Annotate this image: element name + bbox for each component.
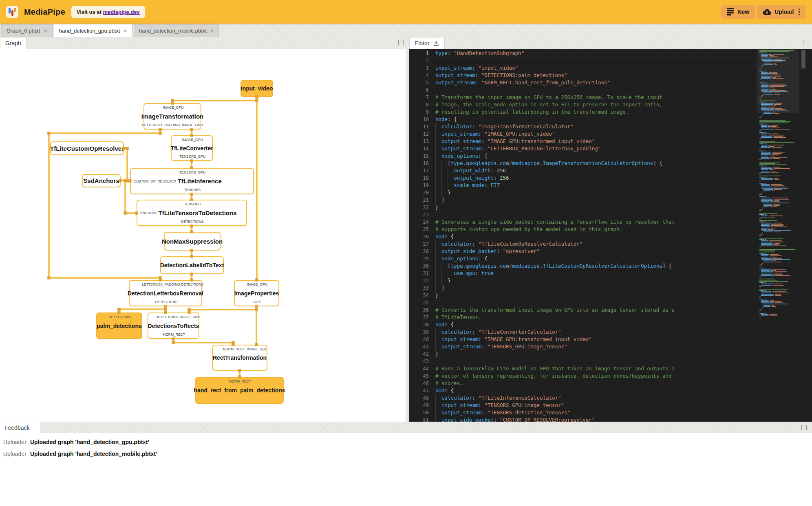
- graph-node-DetectionLabelIdToText[interactable]: DetectionLabelIdToText: [160, 256, 224, 274]
- code-line-13[interactable]: 13output_stream: "IMAGE_GPU:transformed_…: [409, 138, 812, 145]
- graph-node-title: NonMaxSuppression: [165, 233, 220, 250]
- code-line-14[interactable]: 14output_stream: "LETTERBOX_PADDING:lett…: [409, 145, 812, 152]
- code-line-22[interactable]: 22}: [409, 204, 812, 211]
- code-line-37[interactable]: 37# TfLiteTensor.: [409, 314, 812, 321]
- code-line-44[interactable]: 44# Runs a TensorFlow Lite model on GPU …: [409, 365, 812, 372]
- code-line-30[interactable]: 30[type.googleapis.com/mediapipe.TfLiteC…: [409, 262, 812, 270]
- editor-scrollbar[interactable]: [801, 49, 806, 422]
- code-line-2[interactable]: 2: [409, 57, 812, 64]
- code-line-20[interactable]: 20}: [409, 189, 812, 196]
- code-line-27[interactable]: 27calculator: "TfLiteCustomOpResolverCal…: [409, 240, 812, 248]
- graph-node-RectTransformation[interactable]: RectTransformationNORM_RECTIMAGE_SIZE: [212, 345, 267, 371]
- code-line-24[interactable]: 24# Generates a single side packet conta…: [409, 218, 812, 226]
- graph-node-DetectionsToRects[interactable]: DetectionsToRectsDETECTIONSIMAGE_SIZENOR…: [148, 312, 199, 339]
- code-line-5[interactable]: 5output_stream: "NORM_RECT:hand_rect_fro…: [409, 79, 812, 86]
- code-line-3[interactable]: 3input_stream: "input_video": [409, 64, 812, 72]
- code-line-38[interactable]: 38node {: [409, 321, 812, 328]
- code-line-19[interactable]: 19scale_mode: FIT: [409, 182, 812, 189]
- editor-pane-expand-icon[interactable]: [803, 40, 808, 45]
- code-line-23[interactable]: 23: [409, 211, 812, 218]
- feedback-pane-expand-icon[interactable]: [801, 425, 807, 430]
- graph-node-TfLiteCustomOpResolver[interactable]: TfLiteCustomOpResolver: [50, 141, 124, 155]
- code-line-31[interactable]: 31use_gpu: true: [409, 270, 812, 277]
- minimap-viewport[interactable]: [757, 49, 799, 113]
- graph-node-DetectionLetterboxRemoval[interactable]: DetectionLetterboxRemovalLETTERBOX_PADDI…: [129, 280, 202, 306]
- code-line-41[interactable]: 41output_stream: "TENSORS_GPU:image_tens…: [409, 343, 812, 350]
- close-tab-icon[interactable]: ✕: [210, 29, 214, 33]
- file-tab-hand_detection_gpu.pbtxt[interactable]: hand_detection_gpu.pbtxt✕: [54, 24, 132, 37]
- code-line-49[interactable]: 49input_stream: "TENSORS_GPU:image_tenso…: [409, 402, 812, 409]
- graph-node-palm_detections[interactable]: palm_detectionsDETECTIONS: [96, 312, 142, 339]
- code-line-12[interactable]: 12input_stream: "IMAGE_GPU:input_video": [409, 130, 812, 138]
- graph-node-hand_rect_from_palm_detections[interactable]: hand_rect_from_palm_detectionsNORM_RECT: [195, 377, 284, 404]
- tab-graph[interactable]: Graph: [0, 37, 26, 49]
- graph-node-input_video[interactable]: input_video: [241, 80, 273, 97]
- port-label-NORM_RECT: NORM_RECT: [163, 332, 185, 337]
- code-line-35[interactable]: 35: [409, 299, 812, 306]
- code-line-33[interactable]: 33}: [409, 284, 812, 292]
- code-line-34[interactable]: 34}: [409, 292, 812, 299]
- code-line-18[interactable]: 18output_height: 256: [409, 174, 812, 182]
- code-line-32[interactable]: 32}: [409, 277, 812, 284]
- code-line-26[interactable]: 26node {: [409, 233, 812, 240]
- graph-node-TfLiteInference[interactable]: TfLiteInferenceTENSORS_GPUCUSTOM_OP_RESO…: [130, 168, 254, 194]
- upload-button[interactable]: Upload: [757, 5, 805, 19]
- code-line-39[interactable]: 39calculator: "TfLiteConverterCalculator…: [409, 328, 812, 336]
- mediapipe-visualizer: MediaPipe Visit us at mediapipe.dev New …: [0, 0, 812, 506]
- code-editor[interactable]: 1type: "HandDetectionSubgraph"23input_st…: [409, 49, 812, 422]
- minimap[interactable]: [757, 49, 812, 422]
- code-line-8[interactable]: 8# image, the scale_mode option is set t…: [409, 101, 812, 108]
- download-icon[interactable]: [433, 40, 439, 46]
- graph-node-SsdAnchors[interactable]: SsdAnchors: [82, 174, 121, 187]
- line-number: 29: [409, 255, 429, 262]
- code-line-7[interactable]: 7# Transforms the input image on GPU to …: [409, 94, 812, 101]
- code-line-9[interactable]: 9# resulting in potential letterboxing i…: [409, 108, 812, 116]
- line-content: [429, 299, 812, 306]
- new-button[interactable]: New: [721, 5, 755, 19]
- line-content: node_options: {: [429, 255, 812, 262]
- code-line-43[interactable]: 43: [409, 358, 812, 365]
- code-line-17[interactable]: 17output_width: 256: [409, 167, 812, 174]
- code-line-6[interactable]: 6: [409, 86, 812, 94]
- code-line-25[interactable]: 25# supports custom ops needed by the mo…: [409, 226, 812, 233]
- graph-pane-expand-icon[interactable]: [398, 40, 404, 45]
- code-line-16[interactable]: 16[type.googleapis.com/mediapipe.ImageTr…: [409, 160, 812, 167]
- code-line-21[interactable]: 21}: [409, 196, 812, 204]
- code-line-10[interactable]: 10node: {: [409, 116, 812, 123]
- scrollbar-thumb[interactable]: [801, 50, 805, 68]
- code-line-45[interactable]: 45# vector of tensors representing, for …: [409, 372, 812, 380]
- code-line-40[interactable]: 40input_stream: "IMAGE_GPU:transformed_i…: [409, 336, 812, 343]
- code-line-46[interactable]: 46# scores.: [409, 380, 812, 387]
- code-line-47[interactable]: 47node {: [409, 387, 812, 394]
- close-tab-icon[interactable]: ✕: [124, 29, 127, 33]
- line-content: calculator: "TfLiteInferenceCalculator": [429, 394, 812, 402]
- code-line-15[interactable]: 15node_options: {: [409, 152, 812, 160]
- code-line-36[interactable]: 36# Converts the transformed input image…: [409, 306, 812, 314]
- code-line-11[interactable]: 11calculator: "ImageTransformationCalcul…: [409, 123, 812, 130]
- line-number: 43: [409, 358, 429, 365]
- code-line-1[interactable]: 1type: "HandDetectionSubgraph": [409, 50, 812, 57]
- code-line-42[interactable]: 42}: [409, 350, 812, 358]
- file-tab-Graph_0.pbtxt[interactable]: Graph_0.pbtxt✕: [1, 24, 53, 37]
- code-line-50[interactable]: 50output_stream: "TENSORS:detection_tens…: [409, 409, 812, 416]
- graph-node-ImageTransformation[interactable]: ImageTransformationIMAGE_GPULETTERBOX_PA…: [143, 103, 201, 130]
- graph-node-NonMaxSuppression[interactable]: NonMaxSuppression: [164, 232, 221, 251]
- port-label-IMAGE_GPU: IMAGE_GPU: [182, 123, 203, 127]
- file-tab-hand_detection_mobile.pbtxt[interactable]: hand_detection_mobile.pbtxt✕: [134, 24, 219, 37]
- tab-editor[interactable]: Editor: [409, 37, 445, 49]
- graph-canvas[interactable]: input_videoImageTransformationIMAGE_GPUL…: [0, 49, 406, 422]
- code-line-51[interactable]: 51input_side_packet: "CUSTOM_OP_RESOLVER…: [409, 416, 812, 422]
- graph-node-ImageProperties[interactable]: ImagePropertiesIMAGE_GPUSIZE: [234, 280, 279, 306]
- code-line-28[interactable]: 28output_side_packet: "opresolver": [409, 248, 812, 255]
- graph-node-TfLiteConverter[interactable]: TfLiteConverterIMAGE_GPUTENSORS_GPU: [171, 135, 213, 161]
- graph-node-TfLiteTensorsToDetections[interactable]: TfLiteTensorsToDetectionsTENSORSANCHORSD…: [137, 200, 247, 226]
- code-line-29[interactable]: 29node_options: {: [409, 255, 812, 262]
- code-line-48[interactable]: 48calculator: "TfLiteInferenceCalculator…: [409, 394, 812, 402]
- code-line-4[interactable]: 4output_stream: "DETECTIONS:palm_detecti…: [409, 72, 812, 79]
- mediapipe-dev-link[interactable]: mediapipe.dev: [103, 9, 140, 15]
- close-tab-icon[interactable]: ✕: [44, 29, 47, 33]
- tab-feedback[interactable]: Feedback: [0, 422, 40, 433]
- pane-splitter[interactable]: [406, 49, 409, 422]
- more-options-icon[interactable]: [799, 8, 800, 16]
- code-lines[interactable]: 1type: "HandDetectionSubgraph"23input_st…: [409, 50, 812, 422]
